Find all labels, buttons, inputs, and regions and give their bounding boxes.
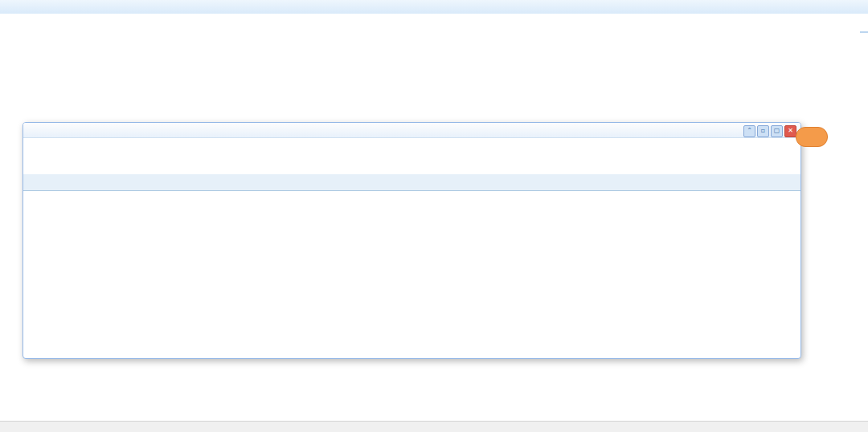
count-badge — [796, 127, 828, 147]
work-order-detail-popup: ⌃ ▫ ▢ ✕ — [23, 122, 801, 359]
aps-scheduling-app: ⌃ ▫ ▢ ✕ — [0, 0, 868, 432]
minimize-icon[interactable]: ▫ — [757, 125, 769, 137]
work-center-table — [0, 31, 199, 120]
gantt-chart[interactable] — [198, 31, 860, 120]
tab-bar — [0, 0, 868, 14]
collapse-icon[interactable]: ⌃ — [743, 125, 755, 137]
maximize-icon[interactable]: ▢ — [771, 125, 783, 137]
toolbar — [0, 14, 868, 33]
popup-window-buttons: ⌃ ▫ ▢ ✕ — [743, 125, 796, 137]
status-bar — [0, 421, 868, 432]
close-icon[interactable]: ✕ — [784, 125, 796, 137]
popup-tab-bar — [23, 174, 800, 191]
bom-table — [25, 192, 799, 353]
popup-title — [23, 123, 800, 138]
